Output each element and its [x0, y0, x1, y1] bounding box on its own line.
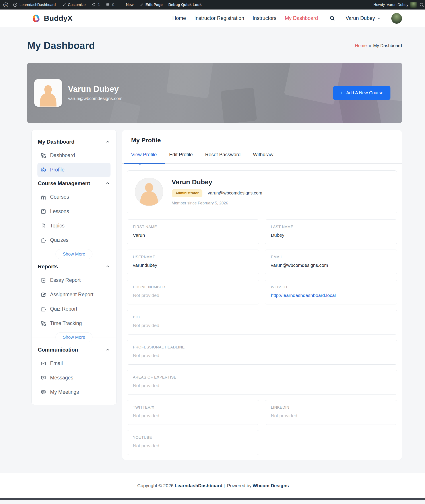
sidebar-item-lessons[interactable]: Lessons [37, 204, 111, 219]
hero-decoration [166, 63, 214, 98]
admin-bar-new[interactable]: New [120, 3, 133, 7]
sidebar-item-assignment-report[interactable]: Assignment Report [37, 287, 111, 302]
sidebar-section-header-communication[interactable]: Communication [37, 343, 111, 356]
sidebar-item-profile[interactable]: Profile [37, 163, 111, 177]
field-label: LAST NAME [271, 225, 391, 229]
sidebar-item-label: Profile [50, 167, 64, 173]
plus-icon: + [340, 90, 343, 96]
sidebar-item-quizzes[interactable]: Quizzes [37, 233, 111, 247]
search-icon[interactable] [329, 15, 335, 21]
admin-bar-my-account[interactable]: Howdy, Varun Dubey [373, 2, 417, 8]
admin-bar-edit-page-label: Edit Page [146, 3, 163, 7]
wordpress-logo-icon: W [3, 2, 8, 7]
sidebar-item-label: Quiz Report [50, 306, 77, 312]
site-footer: Copyright © 2026 LearndashDashboard | Po… [0, 473, 425, 498]
sidebar-item-label: Time Tracking [50, 320, 82, 326]
user-avatar[interactable] [391, 13, 402, 24]
profile-tabs: View Profile Edit Profile Reset Password… [122, 152, 402, 164]
person-silhouette-icon [136, 181, 162, 206]
page: W LearndashDashboard Customize 1 0 [0, 0, 425, 504]
tab-view-profile[interactable]: View Profile [131, 152, 157, 163]
sidebar-section-header-reports[interactable]: Reports [37, 260, 111, 273]
field-value: Dubey [271, 233, 391, 238]
page-title: My Dashboard [27, 40, 95, 51]
add-new-course-button[interactable]: + Add A New Course [333, 86, 391, 100]
admin-bar-customize[interactable]: Customize [62, 3, 86, 7]
nav-instructors[interactable]: Instructors [253, 15, 276, 21]
sidebar-item-label: Messages [50, 375, 73, 381]
field-label: FIRST NAME [133, 225, 253, 229]
sidebar-item-time-tracking[interactable]: Time Tracking [37, 316, 111, 330]
sidebar-item-email[interactable]: Email [37, 356, 111, 371]
wp-logo-menu[interactable]: W [3, 2, 8, 7]
show-more-button[interactable]: Show More [55, 332, 92, 342]
grid-icon [40, 321, 46, 326]
nav-instructor-registration[interactable]: Instructor Registration [194, 15, 244, 21]
profile-name: Varun Dubey [172, 178, 262, 186]
footer-site-link[interactable]: LearndashDashboard [175, 483, 223, 488]
sidebar-item-label: Essay Report [50, 277, 81, 283]
tab-edit-profile[interactable]: Edit Profile [169, 152, 193, 163]
buddyx-logo-icon [31, 13, 41, 23]
field-label: USERNAME [133, 255, 253, 259]
sidebar-divider: Show More [32, 337, 116, 342]
sidebar-item-courses[interactable]: Courses [37, 190, 111, 204]
sidebar-section-course-management: Course Management Courses Lessons Topics [37, 177, 111, 259]
breadcrumb-home-link[interactable]: Home [355, 43, 366, 48]
wp-admin-bar: W LearndashDashboard Customize 1 0 [0, 0, 425, 10]
field-value: Not provided [133, 323, 391, 328]
sidebar-item-label: Lessons [50, 208, 69, 214]
sidebar-section-header-course-management[interactable]: Course Management [37, 177, 111, 190]
hero-user-email: varun@wbcomdesigns.com [68, 96, 122, 101]
website-link[interactable]: http://learndashdashboard.local [271, 293, 391, 298]
hero-decoration [221, 88, 257, 123]
chevron-down-icon [377, 16, 381, 20]
sidebar-item-my-meetings[interactable]: My Meetings [37, 385, 111, 399]
site-logo[interactable]: BuddyX [31, 13, 73, 23]
sidebar-item-label: My Meetings [50, 389, 79, 395]
sidebar-item-essay-report[interactable]: Essay Report [37, 273, 111, 287]
field-email: EMAIL varun@wbcomdesigns.com [265, 250, 397, 274]
user-menu[interactable]: Varun Dubey [345, 15, 381, 21]
field-label: BIO [133, 315, 391, 319]
add-new-course-label: Add A New Course [346, 90, 383, 95]
person-silhouette-icon [36, 84, 60, 107]
section-heading: My Profile [131, 137, 393, 144]
sidebar-section-title: Course Management [38, 180, 90, 187]
field-phone-number: PHONE NUMBER Not provided [127, 280, 259, 304]
sidebar-item-topics[interactable]: Topics [37, 219, 111, 233]
search-icon[interactable] [419, 2, 424, 7]
member-since: Member since February 5, 2026 [172, 201, 262, 206]
profile-avatar [135, 178, 163, 206]
nav-home[interactable]: Home [172, 15, 186, 21]
tab-withdraw[interactable]: Withdraw [253, 152, 273, 163]
field-label: EMAIL [271, 255, 391, 259]
sidebar-section-header-my-dashboard[interactable]: My Dashboard [37, 136, 111, 148]
sidebar-item-dashboard[interactable]: Dashboard [37, 148, 111, 163]
site-logo-text: BuddyX [44, 14, 73, 23]
tab-reset-password[interactable]: Reset Password [205, 152, 240, 163]
sidebar-item-messages[interactable]: Messages [37, 371, 111, 385]
chevron-up-icon [105, 181, 110, 186]
hero-avatar [34, 79, 62, 107]
copyright-text: Copyright © 2026 [137, 483, 174, 488]
field-label: PHONE NUMBER [133, 285, 253, 289]
field-value: varundubey [133, 263, 253, 268]
field-label: PROFESSIONAL HEADLINE [133, 345, 391, 349]
footer-company-link[interactable]: Wbcom Designs [253, 483, 289, 488]
chevron-up-icon [105, 139, 110, 144]
chat-icon [40, 375, 46, 381]
admin-bar-site-name[interactable]: LearndashDashboard [13, 2, 56, 7]
nav-my-dashboard[interactable]: My Dashboard [285, 15, 318, 21]
admin-bar-comments[interactable]: 0 [106, 3, 114, 7]
video-chat-icon [40, 389, 46, 395]
report-chart-icon [40, 278, 46, 283]
admin-bar-updates[interactable]: 1 [92, 3, 100, 7]
show-more-button[interactable]: Show More [55, 249, 92, 259]
admin-bar-debug[interactable]: Debug Quick Look [168, 3, 201, 7]
sidebar-item-quiz-report[interactable]: Quiz Report [37, 302, 111, 316]
course-icon [40, 194, 46, 200]
admin-bar-edit-page[interactable]: Edit Page [139, 3, 163, 7]
field-twitter: TWITTER/X Not provided [127, 400, 259, 425]
update-icon [92, 3, 96, 7]
